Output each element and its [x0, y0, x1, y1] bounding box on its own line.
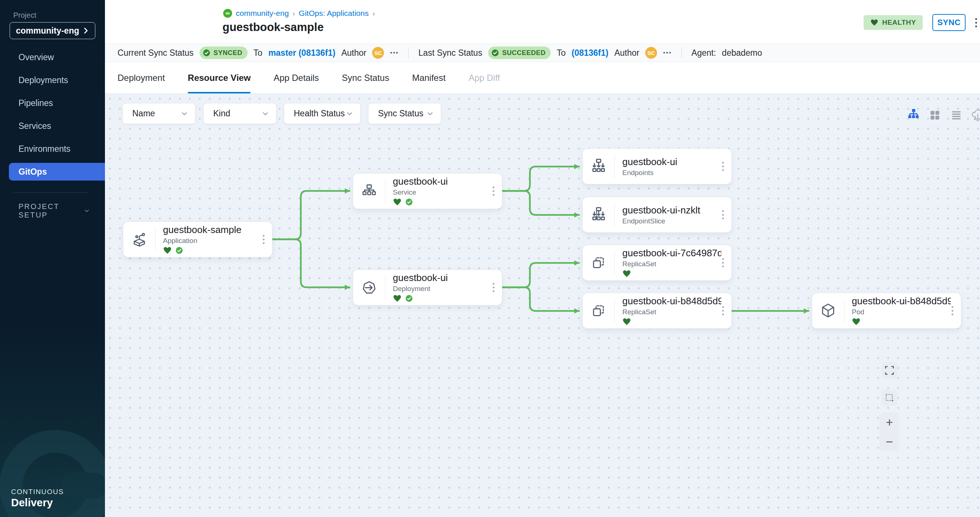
check-circle-icon: [491, 49, 499, 57]
author-label: Author: [614, 48, 639, 58]
node-menu-button[interactable]: [493, 283, 495, 292]
node-menu-button[interactable]: [493, 187, 495, 196]
filter-sync-status-label: Sync Status: [378, 109, 423, 119]
service-icon: [353, 183, 385, 200]
node-kind: ReplicaSet: [622, 308, 722, 316]
more-info-button[interactable]: •••: [390, 49, 399, 57]
resource-graph-canvas[interactable]: Name Kind Health Status Sync Status gues…: [105, 94, 980, 517]
breadcrumb: ∞ community-eng › GitOps: Applications ›: [223, 9, 379, 18]
tree-view-icon[interactable]: [906, 108, 921, 123]
sync-status-bar: Current Sync Status SYNCED To master (08…: [105, 44, 980, 62]
chevron-down-icon: [180, 110, 188, 118]
synced-badge-label: SYNCED: [213, 49, 242, 57]
brand-continuous: CONTINUOUS: [11, 488, 64, 496]
sidebar-divider: [13, 192, 89, 193]
endpointslice-icon: [583, 206, 614, 224]
tab-bar: Deployment Resource View App Details Syn…: [105, 62, 980, 94]
node-card-pod[interactable]: guestbook-ui-b848d5d9… Pod: [812, 293, 961, 329]
node-kind: Service: [393, 188, 493, 197]
author-avatar[interactable]: SC: [372, 47, 384, 59]
author-avatar[interactable]: SC: [645, 47, 657, 59]
node-card-application[interactable]: guestbook-sample Application: [123, 222, 272, 257]
current-commit-link[interactable]: master (08136f1): [268, 48, 336, 58]
filter-name-dropdown[interactable]: Name: [123, 103, 196, 124]
breadcrumb-separator: ›: [372, 9, 375, 18]
marquee-select-button[interactable]: [881, 390, 897, 406]
filter-sync-status-dropdown[interactable]: Sync Status: [368, 103, 441, 124]
node-menu-button[interactable]: [722, 210, 724, 219]
last-sync-status-label: Last Sync Status: [418, 48, 482, 58]
node-kind: Pod: [852, 308, 951, 316]
sidebar-item-overview[interactable]: Overview: [0, 46, 105, 69]
current-sync-status-label: Current Sync Status: [118, 48, 194, 58]
node-kind: Deployment: [393, 285, 493, 293]
node-menu-button[interactable]: [722, 306, 724, 316]
node-menu-button[interactable]: [263, 235, 264, 244]
breadcrumb-project-link[interactable]: community-eng: [236, 9, 289, 18]
sidebar-item-gitops[interactable]: GitOps: [9, 163, 105, 181]
filter-health-status-dropdown[interactable]: Health Status: [284, 103, 361, 124]
to-label: To: [557, 48, 565, 58]
sync-button[interactable]: SYNC: [932, 14, 966, 31]
sidebar-nav: Overview Deployments Pipelines Services …: [0, 46, 105, 183]
tab-manifest[interactable]: Manifest: [412, 62, 445, 94]
node-card-endpoints[interactable]: guestbook-ui Endpoints: [582, 149, 732, 184]
application-icon: [123, 231, 155, 248]
health-badge-label: HEALTHY: [882, 19, 916, 27]
network-view-icon[interactable]: [970, 108, 980, 123]
last-commit-link[interactable]: (08136f1): [572, 48, 609, 58]
zoom-out-button[interactable]: −: [886, 435, 893, 448]
tab-resource-view[interactable]: Resource View: [188, 62, 251, 94]
node-title: guestbook-sample: [163, 224, 262, 236]
agent-value: debademo: [722, 48, 762, 58]
healthy-heart-icon: [163, 246, 172, 255]
sidebar-item-services[interactable]: Services: [0, 114, 105, 137]
brand-delivery: Delivery: [11, 497, 64, 509]
node-kind: Endpoints: [622, 169, 722, 177]
node-kind: Application: [163, 237, 263, 245]
node-menu-button[interactable]: [722, 162, 724, 171]
synced-check-icon: [405, 198, 413, 206]
project-setup-toggle[interactable]: PROJECT SETUP: [19, 202, 90, 219]
sidebar-item-deployments[interactable]: Deployments: [0, 69, 105, 92]
module-brand: CONTINUOUS Delivery: [11, 488, 64, 509]
divider: [681, 47, 682, 58]
node-menu-button[interactable]: [722, 258, 724, 267]
fullscreen-button[interactable]: [881, 362, 897, 379]
healthy-heart-icon: [622, 317, 631, 326]
chevron-down-icon: [84, 206, 90, 215]
node-card-replicaset-1[interactable]: guestbook-ui-7c64987dc9 ReplicaSet: [582, 245, 732, 281]
node-card-replicaset-2[interactable]: guestbook-ui-b848d5d9d ReplicaSet: [582, 293, 732, 329]
node-title: guestbook-ui-7c64987dc9: [622, 247, 721, 259]
sidebar: Project community-eng Overview Deploymen…: [0, 0, 105, 517]
breadcrumb-section-link[interactable]: GitOps: Applications: [299, 9, 369, 18]
app-menu-button[interactable]: [975, 18, 977, 27]
health-status-badge: HEALTHY: [864, 15, 923, 30]
filter-kind-dropdown[interactable]: Kind: [203, 103, 277, 124]
node-kind: ReplicaSet: [622, 260, 722, 268]
node-card-service[interactable]: guestbook-ui Service: [353, 173, 502, 209]
list-view-icon[interactable]: [949, 108, 964, 123]
node-title: guestbook-ui: [393, 272, 492, 284]
node-card-deployment[interactable]: guestbook-ui Deployment: [353, 270, 502, 305]
node-menu-button[interactable]: [951, 306, 953, 316]
divider: [408, 47, 409, 58]
tab-app-details[interactable]: App Details: [274, 62, 319, 94]
deployment-icon: [353, 279, 385, 296]
sidebar-item-pipelines[interactable]: Pipelines: [0, 92, 105, 114]
more-info-button[interactable]: •••: [663, 49, 672, 57]
node-card-endpointslice[interactable]: guestbook-ui-nzklt EndpointSlice: [582, 197, 732, 233]
succeeded-badge: SUCCEEDED: [488, 46, 551, 59]
tab-deployment[interactable]: Deployment: [118, 62, 165, 94]
chevron-down-icon: [261, 110, 269, 118]
tab-sync-status[interactable]: Sync Status: [342, 62, 389, 94]
healthy-heart-icon: [393, 294, 402, 303]
project-selector[interactable]: community-eng: [10, 22, 95, 39]
filter-kind-label: Kind: [213, 109, 230, 119]
sidebar-item-environments[interactable]: Environments: [0, 137, 105, 160]
zoom-in-button[interactable]: +: [886, 416, 893, 428]
endpoints-icon: [583, 158, 614, 175]
tab-app-diff[interactable]: App Diff: [469, 62, 500, 94]
grid-view-icon[interactable]: [928, 108, 942, 123]
author-label: Author: [342, 48, 367, 58]
